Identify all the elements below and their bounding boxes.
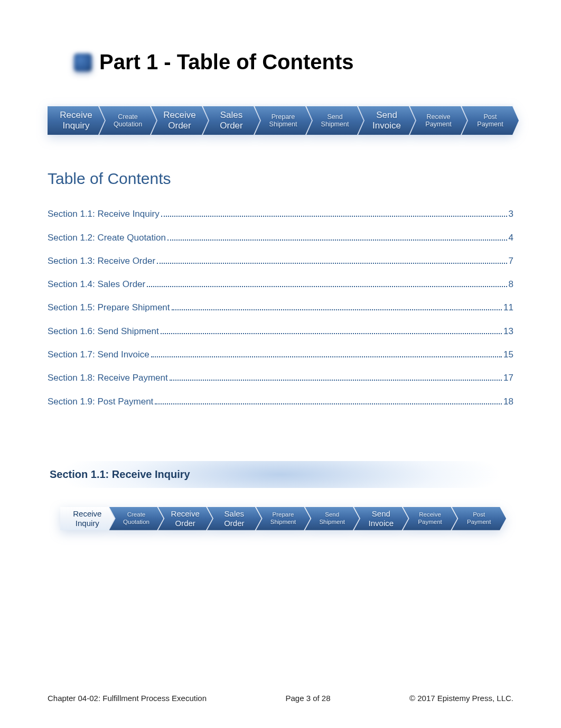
process-step-line1: Receive [163, 110, 195, 121]
toc-entry-page: 17 [503, 373, 513, 383]
process-step-line1: Sales [225, 509, 245, 518]
toc-entry-page: 18 [503, 397, 513, 407]
toc-leader-dots [155, 396, 502, 404]
process-step-send-invoice: SendInvoice [358, 106, 415, 135]
process-step-line2: Payment [467, 519, 491, 526]
process-step-line1: Receive [73, 509, 101, 518]
process-step-line1: Prepare [273, 511, 294, 518]
process-step-line2: Payment [477, 121, 503, 128]
process-step-sales-order: SalesOrder [207, 507, 261, 530]
process-step-receive-payment: ReceivePayment [403, 507, 457, 530]
process-step-line1: Post [473, 511, 485, 518]
toc-list: Section 1.1: Receive Inquiry3Section 1.2… [48, 202, 513, 413]
process-step-line1: Sales [220, 110, 243, 121]
process-step-line2: Invoice [372, 121, 401, 131]
toc-entry-page: 7 [509, 256, 513, 266]
process-step-line2: Order [224, 519, 244, 528]
toc-entry[interactable]: Section 1.1: Receive Inquiry3 [48, 202, 513, 226]
process-step-line1: Send [376, 110, 397, 121]
toc-heading: Table of Contents [48, 170, 513, 188]
process-step-send-shipment: SendShipment [306, 106, 363, 135]
toc-entry-page: 11 [503, 302, 513, 313]
toc-leader-dots [157, 256, 507, 264]
process-step-line2: Payment [418, 519, 442, 526]
toc-entry-page: 8 [509, 279, 513, 290]
toc-entry-label: Section 1.4: Sales Order [48, 279, 145, 290]
toc-entry[interactable]: Section 1.8: Receive Payment17 [48, 366, 513, 390]
toc-entry-label: Section 1.6: Send Shipment [48, 326, 159, 337]
toc-entry-label: Section 1.1: Receive Inquiry [48, 209, 160, 219]
toc-entry-label: Section 1.9: Post Payment [48, 397, 153, 407]
process-step-line2: Order [168, 121, 191, 131]
process-step-line1: Receive [426, 113, 450, 121]
process-step-post-payment: PostPayment [452, 507, 506, 530]
toc-leader-dots [170, 373, 502, 381]
process-step-send-invoice: SendInvoice [354, 507, 408, 530]
process-step-line2: Shipment [319, 519, 345, 526]
process-step-line1: Send [372, 509, 390, 518]
process-step-line1: Prepare [272, 113, 295, 121]
process-step-line2: Invoice [369, 519, 394, 528]
process-step-create-quotation: CreateQuotation [99, 106, 156, 135]
section-heading: Section 1.1: Receive Inquiry [50, 468, 511, 481]
title-bullet-icon [74, 53, 92, 71]
toc-entry-label: Section 1.3: Receive Order [48, 256, 155, 266]
toc-entry-label: Section 1.8: Receive Payment [48, 373, 168, 383]
process-step-post-payment: PostPayment [462, 106, 519, 135]
process-step-line1: Receive [171, 509, 200, 518]
toc-entry-page: 13 [503, 326, 513, 337]
process-step-line2: Order [175, 519, 195, 528]
toc-entry-label: Section 1.7: Send Invoice [48, 349, 149, 360]
toc-leader-dots [151, 349, 502, 357]
process-step-line2: Shipment [321, 121, 349, 128]
page-title: Part 1 - Table of Contents [99, 50, 354, 74]
process-step-line1: Create [118, 113, 138, 121]
section-heading-band: Section 1.1: Receive Inquiry [44, 461, 517, 488]
toc-leader-dots [161, 326, 502, 334]
process-step-line2: Inquiry [76, 519, 99, 528]
footer-right: © 2017 Epistemy Press, LLC. [409, 694, 513, 703]
process-step-line1: Post [483, 113, 497, 121]
process-step-line2: Shipment [270, 519, 296, 526]
toc-entry[interactable]: Section 1.6: Send Shipment13 [48, 319, 513, 343]
toc-entry[interactable]: Section 1.3: Receive Order7 [48, 250, 513, 273]
toc-leader-dots [161, 209, 507, 217]
toc-entry-label: Section 1.5: Prepare Shipment [48, 302, 170, 313]
process-step-receive-inquiry: ReceiveInquiry [48, 106, 105, 135]
toc-leader-dots [172, 302, 502, 310]
process-step-create-quotation: CreateQuotation [109, 507, 164, 530]
process-step-send-shipment: SendShipment [305, 507, 359, 530]
toc-entry-page: 15 [503, 349, 513, 360]
toc-leader-dots [167, 232, 507, 240]
page-title-row: Part 1 - Table of Contents [74, 50, 513, 74]
page-footer: Chapter 04-02: Fulfillment Process Execu… [48, 694, 513, 703]
toc-entry[interactable]: Section 1.5: Prepare Shipment11 [48, 296, 513, 319]
process-step-receive-order: ReceiveOrder [151, 106, 208, 135]
process-step-line2: Order [220, 121, 242, 131]
process-step-line2: Shipment [269, 121, 297, 128]
process-step-line2: Inquiry [62, 121, 89, 131]
process-step-receive-payment: ReceivePayment [410, 106, 467, 135]
footer-center: Page 3 of 28 [285, 694, 330, 703]
process-step-line1: Receive [419, 511, 441, 518]
toc-entry[interactable]: Section 1.2: Create Quotation4 [48, 226, 513, 249]
process-step-line1: Send [325, 511, 339, 518]
process-step-receive-order: ReceiveOrder [158, 507, 212, 530]
process-step-prepare-shipment: PrepareShipment [256, 507, 311, 530]
toc-entry[interactable]: Section 1.7: Send Invoice15 [48, 343, 513, 366]
toc-entry-page: 3 [509, 209, 513, 219]
process-step-receive-inquiry: ReceiveInquiry [60, 507, 115, 530]
process-step-prepare-shipment: PrepareShipment [255, 106, 312, 135]
process-flow-section: ReceiveInquiryCreateQuotationReceiveOrde… [60, 507, 501, 530]
process-step-sales-order: SalesOrder [203, 106, 260, 135]
toc-entry-page: 4 [509, 233, 513, 243]
process-step-line1: Receive [60, 110, 92, 121]
toc-entry[interactable]: Section 1.4: Sales Order8 [48, 273, 513, 296]
process-step-line2: Payment [425, 121, 451, 128]
process-step-line2: Quotation [114, 121, 142, 128]
toc-leader-dots [147, 279, 507, 287]
process-step-line1: Send [327, 113, 342, 121]
toc-entry[interactable]: Section 1.9: Post Payment18 [48, 390, 513, 413]
process-flow-top: ReceiveInquiryCreateQuotationReceiveOrde… [48, 103, 513, 138]
process-step-line1: Create [127, 511, 146, 518]
